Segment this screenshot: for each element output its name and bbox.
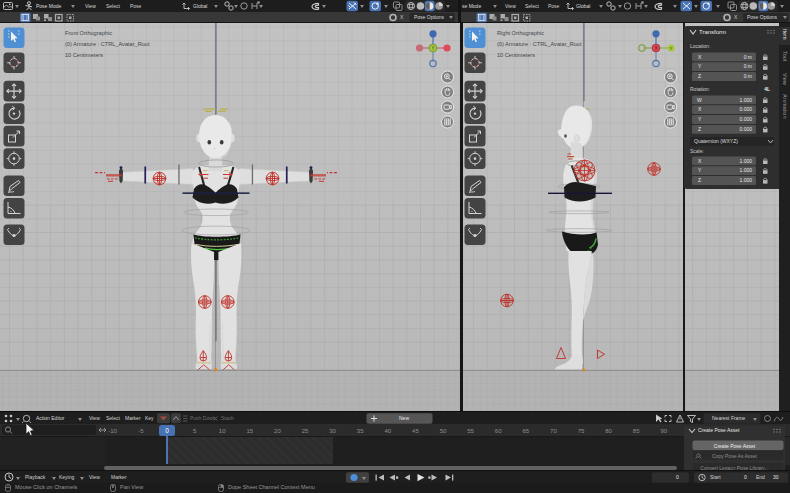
svg-text:Y: Y [431, 46, 434, 51]
svg-text:Y: Y [670, 46, 673, 51]
svg-text:X: X [654, 46, 657, 51]
